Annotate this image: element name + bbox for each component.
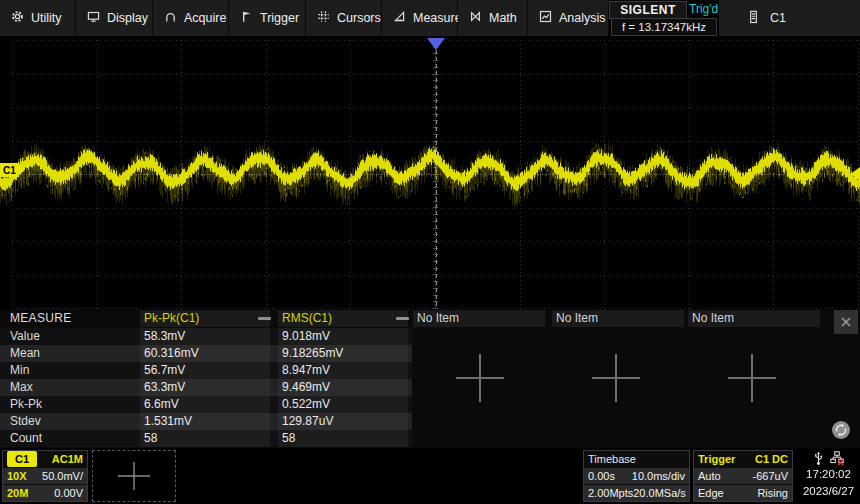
menu-item-analysis[interactable]: Analysis [528, 0, 609, 36]
measure-panel: MEASURE Pk-Pk(C1)RMS(C1)No ItemNo ItemNo… [0, 310, 860, 448]
empty-measure-column-header[interactable]: No Item [413, 310, 545, 327]
measure-row-mean: Mean60.316mV9.18265mV [0, 345, 412, 362]
menu-item-label: Analysis [559, 11, 606, 25]
empty-measure-column-header[interactable]: No Item [688, 310, 820, 327]
menu-item-trigger[interactable]: Trigger [229, 0, 306, 36]
add-measurement-button[interactable] [720, 346, 784, 413]
measure-value-cell: 60.316mV [140, 345, 270, 362]
timebase-scale: 10.0ms/div [632, 468, 685, 484]
clock-time: 17:20:02 [797, 466, 860, 483]
timebase-sample-rate: 20.0MSa/s [633, 485, 686, 501]
measure-value-cell: 9.018mV [278, 328, 408, 345]
clock-date: 2023/6/27 [797, 483, 860, 500]
menu-item-label: Display [107, 11, 148, 25]
measure-value-cell: 58.3mV [140, 328, 270, 345]
cursors-icon [317, 10, 330, 26]
frequency-readout: f = 13.17347kHz [611, 18, 717, 36]
channel-coupling: AC1M [52, 451, 83, 467]
measure-value-cell: 58 [278, 430, 408, 447]
trigger-level-marker[interactable] [851, 167, 860, 181]
measure-column-header[interactable]: Pk-Pk(C1) [140, 310, 270, 327]
measure-row-pk-pk: Pk-Pk6.6mV0.522mV [0, 396, 412, 413]
menu-item-utility[interactable]: Utility [0, 0, 76, 36]
measure-row-label: Value [10, 328, 40, 345]
measure-value-cell: 0.522mV [278, 396, 408, 413]
timebase-title: Timebase [588, 451, 636, 467]
brand-block: SIGLENT Trig'd f = 13.17347kHz [609, 0, 719, 36]
trigger-level: -667uV [753, 468, 788, 484]
measure-value-cell: 9.18265mV [278, 345, 408, 362]
measure-row-count: Count5858 [0, 430, 412, 447]
measure-row-label: Mean [10, 345, 40, 362]
menu-item-math[interactable]: Math [458, 0, 528, 36]
channel-menu-label: C1 [770, 11, 786, 25]
channel-name-chip: C1 [7, 451, 37, 467]
menu-item-label: Cursors [337, 11, 381, 25]
waveform-display[interactable] [0, 36, 860, 309]
measure-row-stdev: Stdev1.531mV129.87uV [0, 413, 412, 430]
measure-value-cell: 129.87uV [278, 413, 408, 430]
channel-offset-marker[interactable]: C1 [0, 163, 19, 177]
menu-item-label: Utility [31, 11, 62, 25]
channel-menu-button[interactable]: C1 [719, 0, 860, 36]
menu-item-label: Measure [413, 11, 462, 25]
trigger-mode: Auto [698, 468, 721, 484]
oscilloscope-screen: UtilityDisplayAcquireTriggerCursorsMeasu… [0, 0, 860, 504]
measure-value-cell: 63.3mV [140, 379, 270, 396]
menu-item-label: Math [489, 11, 517, 25]
menu-item-acquire[interactable]: Acquire [153, 0, 229, 36]
measure-value-cell: 9.469mV [278, 379, 408, 396]
measure-column-header[interactable]: RMS(C1) [278, 310, 408, 327]
trigger-descriptor-box[interactable]: Trigger C1 DC Auto -667uV Edge Rising [693, 450, 793, 502]
add-measurement-button[interactable] [584, 346, 648, 413]
collapse-column-handle[interactable] [396, 317, 409, 320]
measure-row-label: Pk-Pk [10, 396, 42, 413]
statistics-reset-icon[interactable] [830, 419, 852, 444]
trigger-source: C1 DC [755, 451, 788, 467]
acquire-icon [164, 10, 177, 26]
brand-text: SIGLENT [620, 3, 676, 17]
measure-value-cell: 8.947mV [278, 362, 408, 379]
menu-item-measure[interactable]: Measure [382, 0, 458, 36]
trigger-status-badge: Trig'd [689, 2, 718, 16]
menu-item-label: Trigger [260, 11, 299, 25]
trigger-position-marker[interactable] [427, 38, 445, 50]
menu-item-display[interactable]: Display [76, 0, 153, 36]
display-icon [87, 10, 100, 26]
timebase-descriptor-box[interactable]: Timebase 0.00s 10.0ms/div 2.00Mpts 20.0M… [583, 450, 690, 502]
add-channel-button[interactable] [92, 450, 176, 502]
measure-value-cell: 56.7mV [140, 362, 270, 379]
channel-descriptor-box[interactable]: C1 AC1M 10X 50.0mV/ 20M 0.00V [2, 450, 88, 502]
flag-icon [240, 10, 253, 26]
list-icon [747, 10, 760, 27]
timebase-delay: 0.00s [588, 468, 615, 484]
trigger-slope: Rising [757, 485, 788, 501]
measure-value-cell: 1.531mV [140, 413, 270, 430]
measure-row-max: Max63.3mV9.469mV [0, 379, 412, 396]
measure-row-label: Max [10, 379, 33, 396]
collapse-column-handle[interactable] [258, 317, 271, 320]
trigger-type: Edge [698, 485, 724, 501]
channel-offset-label: C1 [3, 165, 16, 176]
add-measurement-button[interactable] [448, 346, 512, 413]
siglent-logo: SIGLENT [609, 1, 687, 19]
close-icon [839, 315, 853, 329]
empty-measure-column-header[interactable]: No Item [552, 310, 684, 327]
menu-item-cursors[interactable]: Cursors [306, 0, 382, 36]
plus-icon [114, 458, 154, 494]
gear-icon [11, 10, 24, 26]
close-measure-button[interactable] [834, 310, 858, 334]
measure-row-label: Min [10, 362, 29, 379]
measure-icon [393, 10, 406, 26]
measure-row-label: Count [10, 430, 42, 447]
channel-scale: 50.0mV/ [42, 468, 83, 484]
measure-row-min: Min56.7mV8.947mV [0, 362, 412, 379]
math-icon [469, 10, 482, 26]
channel-offset-value: 0.00V [54, 485, 83, 501]
measure-panel-title: MEASURE [10, 310, 71, 327]
channel-bandwidth: 20M [7, 485, 28, 501]
lan-disconnected-icon [830, 451, 844, 466]
trigger-title: Trigger [698, 451, 735, 467]
timebase-memory-depth: 2.00Mpts [588, 485, 633, 501]
measure-value-cell: 58 [140, 430, 270, 447]
